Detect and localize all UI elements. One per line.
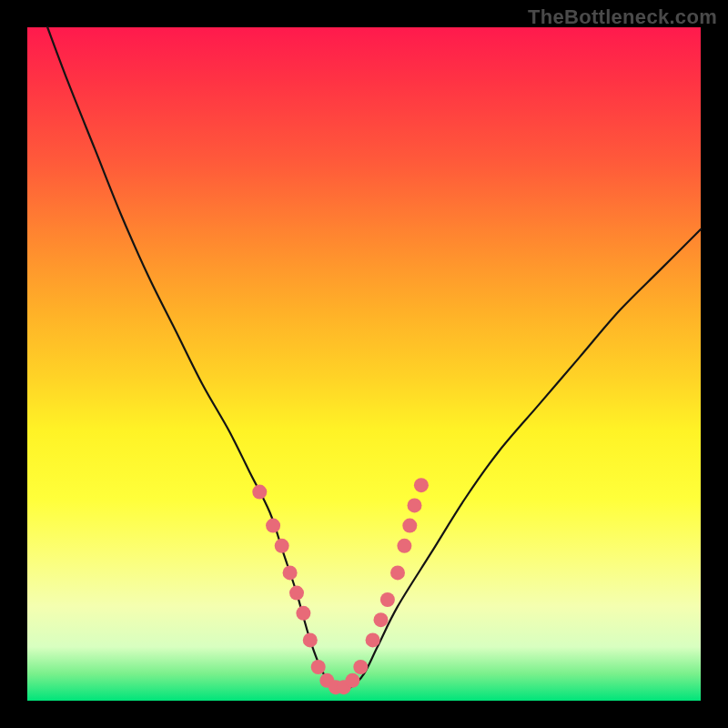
curve-marker bbox=[275, 539, 289, 553]
curve-marker bbox=[266, 519, 280, 533]
curve-marker bbox=[289, 586, 304, 601]
curve-marker bbox=[380, 592, 395, 607]
curve-marker bbox=[311, 660, 326, 674]
chart-frame: TheBottleneck.com bbox=[0, 0, 728, 728]
curve-marker bbox=[296, 606, 310, 621]
curve-marker bbox=[345, 673, 359, 688]
curve-marker bbox=[353, 660, 368, 674]
curve-marker bbox=[390, 565, 405, 580]
plot-area bbox=[27, 27, 701, 701]
curve-svg bbox=[27, 27, 701, 701]
watermark-text: TheBottleneck.com bbox=[528, 5, 717, 29]
curve-marker bbox=[408, 498, 422, 512]
curve-marker bbox=[402, 519, 417, 533]
curve-marker bbox=[414, 478, 429, 492]
curve-marker bbox=[397, 539, 411, 553]
bottleneck-curve bbox=[47, 27, 701, 689]
curve-marker bbox=[366, 632, 380, 647]
curve-marker bbox=[374, 612, 389, 627]
curve-marker bbox=[252, 485, 267, 500]
curve-marker bbox=[283, 565, 298, 580]
curve-markers bbox=[252, 478, 429, 694]
curve-marker bbox=[303, 632, 318, 647]
